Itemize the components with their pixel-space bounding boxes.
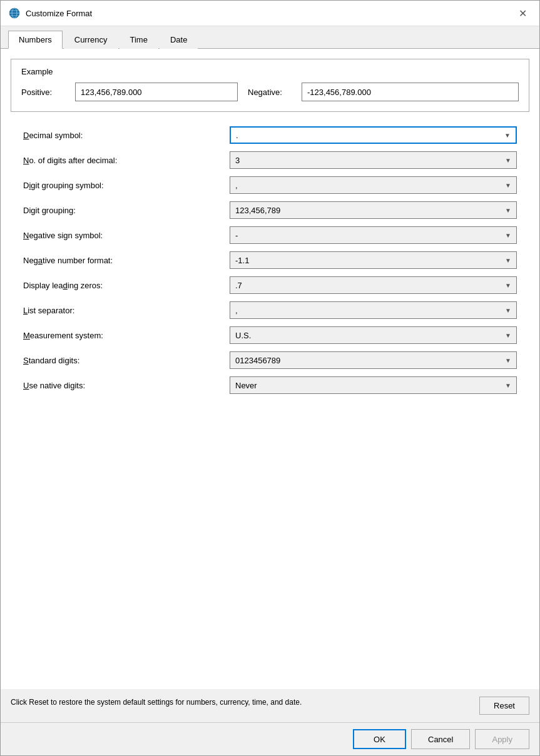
digit-grouping-dropdown[interactable]: 123,456,789 ▼	[230, 201, 517, 219]
chevron-down-icon: ▼	[505, 282, 511, 289]
customize-format-dialog: Customize Format ✕ Numbers Currency Time…	[0, 0, 540, 756]
cancel-button[interactable]: Cancel	[411, 729, 470, 749]
chevron-down-icon: ▼	[505, 182, 511, 189]
chevron-down-icon: ▼	[505, 332, 511, 339]
display-leading-zeros-label: Display leading zeros:	[23, 281, 230, 290]
chevron-down-icon: ▼	[505, 232, 511, 239]
example-title: Example	[21, 67, 519, 76]
chevron-down-icon: ▼	[505, 257, 511, 264]
use-native-digits-value: Never	[235, 381, 257, 390]
measurement-system-row: Measurement system: U.S. ▼	[23, 325, 517, 346]
tab-currency[interactable]: Currency	[64, 31, 118, 49]
apply-button[interactable]: Apply	[475, 729, 529, 749]
tab-time[interactable]: Time	[120, 31, 158, 49]
example-row: Positive: 123,456,789.000 Negative: -123…	[21, 83, 519, 101]
digit-grouping-label: Digit grouping:	[23, 206, 230, 215]
globe-icon	[8, 7, 21, 19]
ok-button[interactable]: OK	[353, 729, 406, 749]
footer-text: Click Reset to restore the system defaul…	[11, 697, 469, 708]
digits-after-decimal-row: No. of digits after decimal: 3 ▼	[23, 149, 517, 171]
digit-grouping-row: Digit grouping: 123,456,789 ▼	[23, 199, 517, 221]
measurement-system-value: U.S.	[235, 331, 251, 340]
standard-digits-value: 0123456789	[235, 356, 280, 365]
digits-after-decimal-value: 3	[235, 156, 240, 165]
decimal-symbol-row: Decimal symbol: . ▼	[23, 124, 517, 146]
decimal-symbol-label: Decimal symbol:	[23, 131, 230, 140]
display-leading-zeros-value: .7	[235, 281, 242, 290]
digits-after-decimal-label: No. of digits after decimal:	[23, 156, 230, 165]
chevron-down-icon: ▼	[505, 307, 511, 314]
display-leading-zeros-row: Display leading zeros: .7 ▼	[23, 275, 517, 296]
standard-digits-label: Standard digits:	[23, 356, 230, 365]
measurement-system-label: Measurement system:	[23, 331, 230, 340]
list-separator-label: List separator:	[23, 306, 230, 315]
tab-content: Example Positive: 123,456,789.000 Negati…	[1, 49, 539, 689]
standard-digits-dropdown[interactable]: 0123456789 ▼	[230, 351, 517, 369]
negative-sign-symbol-row: Negative sign symbol: - ▼	[23, 224, 517, 246]
example-group: Example Positive: 123,456,789.000 Negati…	[11, 59, 529, 112]
use-native-digits-row: Use native digits: Never ▼	[23, 375, 517, 396]
dialog-buttons: OK Cancel Apply	[1, 722, 539, 755]
use-native-digits-dropdown[interactable]: Never ▼	[230, 376, 517, 394]
negative-sign-symbol-label: Negative sign symbol:	[23, 231, 230, 240]
digit-grouping-symbol-value: ,	[235, 181, 238, 190]
negative-number-format-dropdown[interactable]: -1.1 ▼	[230, 251, 517, 269]
title-bar: Customize Format ✕	[1, 1, 539, 26]
use-native-digits-label: Use native digits:	[23, 381, 230, 390]
tab-date[interactable]: Date	[160, 31, 198, 49]
positive-label: Positive:	[21, 88, 65, 97]
list-separator-dropdown[interactable]: , ▼	[230, 301, 517, 319]
negative-value: -123,456,789.000	[302, 83, 519, 101]
tab-numbers[interactable]: Numbers	[8, 31, 63, 49]
measurement-system-dropdown[interactable]: U.S. ▼	[230, 326, 517, 344]
digit-grouping-symbol-row: Digit grouping symbol: , ▼	[23, 174, 517, 196]
chevron-down-icon: ▼	[505, 357, 511, 364]
negative-number-format-value: -1.1	[235, 256, 249, 265]
positive-value: 123,456,789.000	[75, 83, 238, 101]
digits-after-decimal-dropdown[interactable]: 3 ▼	[230, 151, 517, 169]
chevron-down-icon: ▼	[505, 382, 511, 389]
decimal-symbol-dropdown[interactable]: . ▼	[230, 126, 517, 144]
negative-label: Negative:	[248, 88, 292, 97]
display-leading-zeros-dropdown[interactable]: .7 ▼	[230, 276, 517, 294]
decimal-symbol-value: .	[236, 131, 238, 140]
negative-number-format-label: Negative number format:	[23, 256, 230, 265]
standard-digits-row: Standard digits: 0123456789 ▼	[23, 350, 517, 371]
digit-grouping-value: 123,456,789	[235, 206, 280, 215]
chevron-down-icon: ▼	[504, 132, 511, 139]
list-separator-row: List separator: , ▼	[23, 300, 517, 321]
negative-sign-symbol-value: -	[235, 231, 238, 240]
negative-sign-symbol-dropdown[interactable]: - ▼	[230, 226, 517, 244]
chevron-down-icon: ▼	[505, 207, 511, 214]
footer-info: Click Reset to restore the system defaul…	[1, 689, 539, 722]
tab-bar: Numbers Currency Time Date	[1, 26, 539, 49]
digit-grouping-symbol-label: Digit grouping symbol:	[23, 181, 230, 190]
list-separator-value: ,	[235, 306, 238, 315]
digit-grouping-symbol-dropdown[interactable]: , ▼	[230, 176, 517, 194]
chevron-down-icon: ▼	[505, 157, 511, 164]
close-button[interactable]: ✕	[513, 6, 532, 21]
negative-number-format-row: Negative number format: -1.1 ▼	[23, 249, 517, 271]
settings-area: Decimal symbol: . ▼ No. of digits after …	[11, 124, 529, 396]
reset-button[interactable]: Reset	[479, 697, 529, 715]
dialog-title: Customize Format	[26, 9, 513, 18]
